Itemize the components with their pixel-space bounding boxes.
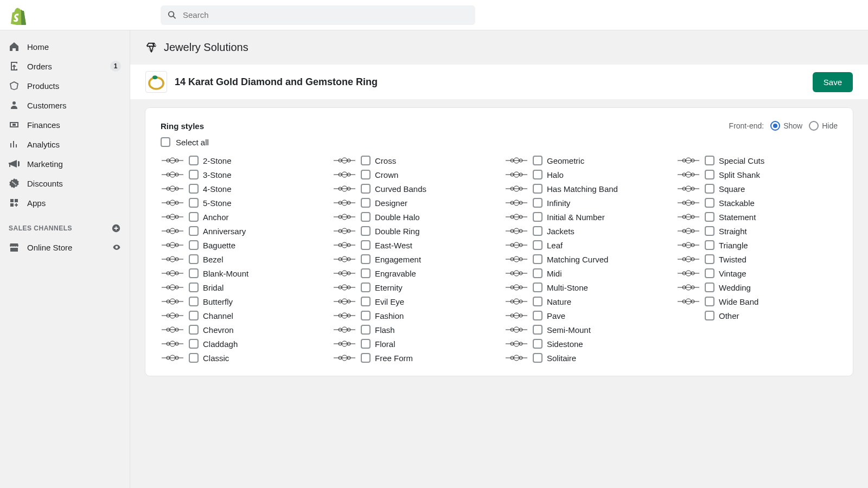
- style-checkbox[interactable]: [361, 297, 371, 306]
- style-checkbox[interactable]: [189, 212, 199, 222]
- front-end-show-radio[interactable]: Show: [770, 121, 802, 131]
- style-checkbox[interactable]: [189, 240, 199, 250]
- style-label: Nature: [547, 297, 571, 306]
- style-checkbox[interactable]: [361, 198, 371, 208]
- sidebar-item-marketing[interactable]: Marketing: [0, 154, 130, 174]
- style-checkbox[interactable]: [533, 240, 542, 250]
- style-item: Statement: [676, 212, 838, 222]
- style-label: Matching Curved: [547, 255, 608, 264]
- style-item: 2-Stone: [161, 156, 322, 165]
- style-checkbox[interactable]: [533, 325, 542, 335]
- eye-icon[interactable]: [112, 243, 121, 252]
- search-box[interactable]: [161, 5, 475, 25]
- select-all-checkbox[interactable]: [161, 137, 170, 147]
- style-checkbox[interactable]: [361, 339, 371, 349]
- style-checkbox[interactable]: [361, 282, 371, 292]
- ring-style-icon: [333, 339, 356, 349]
- sidebar-channel-store[interactable]: Online Store: [0, 237, 130, 257]
- sidebar: HomeOrders1ProductsCustomersFinancesAnal…: [0, 30, 130, 488]
- style-checkbox[interactable]: [189, 268, 199, 278]
- style-checkbox[interactable]: [361, 254, 371, 264]
- style-checkbox[interactable]: [533, 184, 542, 194]
- ring-style-icon: [333, 240, 356, 250]
- style-checkbox[interactable]: [705, 170, 714, 179]
- sidebar-item-orders[interactable]: Orders1: [0, 56, 130, 76]
- style-checkbox[interactable]: [705, 311, 714, 320]
- sidebar-item-finances[interactable]: Finances: [0, 115, 130, 134]
- style-checkbox[interactable]: [705, 282, 714, 292]
- style-checkbox[interactable]: [705, 156, 714, 165]
- style-checkbox[interactable]: [361, 184, 371, 194]
- style-checkbox[interactable]: [189, 325, 199, 335]
- style-checkbox[interactable]: [533, 156, 542, 165]
- style-checkbox[interactable]: [705, 268, 714, 278]
- style-checkbox[interactable]: [361, 311, 371, 320]
- style-checkbox[interactable]: [361, 170, 371, 179]
- style-checkbox[interactable]: [361, 325, 371, 335]
- style-checkbox[interactable]: [189, 339, 199, 349]
- style-checkbox[interactable]: [189, 297, 199, 306]
- style-checkbox[interactable]: [705, 198, 714, 208]
- save-button[interactable]: Save: [813, 72, 853, 92]
- ring-style-icon: [333, 170, 356, 179]
- style-label: Free Form: [375, 354, 413, 363]
- style-label: Straight: [719, 227, 747, 236]
- style-item: Anchor: [161, 212, 322, 222]
- ring-style-icon: [505, 297, 528, 306]
- sidebar-item-analytics[interactable]: Analytics: [0, 134, 130, 154]
- style-checkbox[interactable]: [533, 170, 542, 179]
- style-label: Jackets: [547, 227, 575, 236]
- sidebar-item-products[interactable]: Products: [0, 76, 130, 95]
- sidebar-item-customers[interactable]: Customers: [0, 95, 130, 115]
- style-checkbox[interactable]: [189, 282, 199, 292]
- style-checkbox[interactable]: [189, 170, 199, 179]
- style-checkbox[interactable]: [361, 226, 371, 236]
- select-all-row: Select all: [161, 137, 838, 147]
- search-input[interactable]: [183, 10, 469, 20]
- style-checkbox[interactable]: [705, 226, 714, 236]
- style-item: Curved Bands: [333, 184, 494, 194]
- style-checkbox[interactable]: [533, 282, 542, 292]
- sidebar-item-discounts[interactable]: Discounts: [0, 174, 130, 193]
- style-checkbox[interactable]: [189, 184, 199, 194]
- style-item: Pave: [505, 311, 666, 320]
- style-checkbox[interactable]: [533, 339, 542, 349]
- style-checkbox[interactable]: [361, 353, 371, 363]
- style-label: Cross: [375, 156, 396, 165]
- style-item: Solitaire: [505, 353, 666, 363]
- style-item: Chevron: [161, 325, 322, 335]
- sales-channels-header: SALES CHANNELS: [0, 213, 130, 237]
- style-checkbox[interactable]: [705, 240, 714, 250]
- style-checkbox[interactable]: [189, 226, 199, 236]
- style-checkbox[interactable]: [705, 184, 714, 194]
- ring-style-icon: [505, 311, 528, 320]
- style-checkbox[interactable]: [189, 254, 199, 264]
- style-checkbox[interactable]: [533, 297, 542, 306]
- style-item: Vintage: [676, 268, 838, 278]
- style-checkbox[interactable]: [189, 311, 199, 320]
- front-end-hide-radio[interactable]: Hide: [809, 121, 838, 131]
- sidebar-item-home[interactable]: Home: [0, 37, 130, 56]
- style-checkbox[interactable]: [533, 268, 542, 278]
- style-checkbox[interactable]: [361, 268, 371, 278]
- style-checkbox[interactable]: [533, 254, 542, 264]
- style-checkbox[interactable]: [705, 297, 714, 306]
- style-checkbox[interactable]: [705, 254, 714, 264]
- style-checkbox[interactable]: [533, 353, 542, 363]
- radio-dot-icon: [770, 121, 780, 131]
- style-checkbox[interactable]: [189, 156, 199, 165]
- style-checkbox[interactable]: [533, 212, 542, 222]
- plus-circle-icon[interactable]: [111, 223, 121, 233]
- style-checkbox[interactable]: [189, 198, 199, 208]
- style-checkbox[interactable]: [533, 226, 542, 236]
- style-checkbox[interactable]: [533, 198, 542, 208]
- style-label: Solitaire: [547, 354, 576, 363]
- nav-label: Marketing: [27, 159, 63, 169]
- style-checkbox[interactable]: [361, 212, 371, 222]
- sidebar-item-apps[interactable]: Apps: [0, 193, 130, 213]
- style-checkbox[interactable]: [361, 240, 371, 250]
- style-checkbox[interactable]: [361, 156, 371, 165]
- style-checkbox[interactable]: [189, 353, 199, 363]
- style-checkbox[interactable]: [533, 311, 542, 320]
- style-checkbox[interactable]: [705, 212, 714, 222]
